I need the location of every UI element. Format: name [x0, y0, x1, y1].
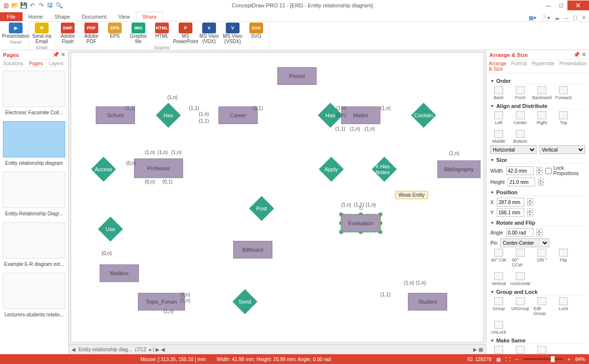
rotate--cw-button[interactable]: 90° CW — [490, 249, 507, 267]
subtab-layers[interactable]: Layers — [46, 60, 67, 67]
section-size-title[interactable]: Size — [490, 157, 585, 163]
qat-saveas-icon[interactable]: 🖫 — [46, 1, 54, 9]
subtab-pages[interactable]: Pages — [26, 60, 46, 67]
align-right-button[interactable]: Right — [534, 111, 550, 125]
rotate---button[interactable]: 180 ° — [534, 249, 550, 267]
page-thumb[interactable] — [3, 222, 65, 259]
page-thumbnails[interactable]: Electronic Facsimile Coll...Entity relat… — [0, 68, 68, 354]
ribbon-item-graphic-file[interactable]: IMGGraphic file — [128, 23, 149, 44]
group-edit-group-button[interactable]: Edit Group — [534, 297, 550, 316]
file-tab[interactable]: File — [0, 12, 23, 21]
mdi-close-icon[interactable]: ✕ — [582, 15, 586, 21]
order-front-button[interactable]: Front — [512, 86, 529, 100]
order-backward-button[interactable]: Backward — [534, 86, 550, 100]
qat-redo-icon[interactable]: ↷ — [37, 1, 45, 9]
page-thumb[interactable] — [3, 273, 65, 309]
relationship-contain[interactable]: Contain — [411, 103, 436, 128]
ribbon-item-adobe-pdf[interactable]: PDFAdobe PDF — [80, 23, 102, 44]
arrange-tab-arrange[interactable]: Arrange & Size — [486, 60, 509, 73]
lock-proportions-checkbox[interactable] — [545, 168, 552, 174]
status-fit-icon[interactable]: ⛶ — [506, 357, 510, 362]
relationship-send[interactable]: Send — [233, 289, 258, 314]
align-vertical-select[interactable]: Vertical — [539, 145, 586, 154]
align-middle-button[interactable]: Middle — [490, 130, 507, 144]
height-spin-down[interactable]: ▾ — [538, 182, 544, 186]
section-order-title[interactable]: Order — [490, 78, 585, 84]
relationship-post[interactable]: Post — [249, 196, 274, 221]
section-group-title[interactable]: Group and Lock — [490, 289, 585, 295]
y-input[interactable] — [497, 208, 524, 217]
minimize-button[interactable]: — — [542, 0, 555, 10]
align-bottom-button[interactable]: Bottom — [512, 130, 529, 144]
ribbon-item-send-via-email[interactable]: ✉Send via Email — [31, 23, 53, 44]
pin-select[interactable]: Center-Center — [500, 238, 549, 247]
tab-share[interactable]: Share — [136, 12, 163, 22]
tabstrip-doc-label[interactable]: Entity relationship diag... — [79, 347, 132, 352]
entity-billboard[interactable]: Billboard — [233, 241, 272, 259]
tab-view[interactable]: View — [112, 12, 136, 21]
mdi-min-icon[interactable]: — — [563, 15, 569, 21]
close-button[interactable]: ✕ — [567, 0, 589, 10]
group-group-button[interactable]: Group — [490, 297, 507, 316]
qat-find-icon[interactable]: 🔍 — [55, 1, 63, 9]
subtab-solutions[interactable]: Solutions — [0, 60, 26, 67]
width-input[interactable] — [506, 166, 534, 175]
rotate-vertical-button[interactable]: Vertical — [490, 272, 507, 286]
solutions-icon[interactable]: ▦▾ — [529, 15, 536, 21]
tab-home[interactable]: Home — [23, 12, 49, 21]
section-same-title[interactable]: Make Same — [490, 338, 585, 344]
relationship-access[interactable]: Access — [91, 157, 116, 182]
ribbon-item-html[interactable]: HTMLHTML — [151, 23, 173, 44]
relationship-apply[interactable]: Apply — [319, 157, 344, 182]
arrange-tab-hypernote[interactable]: Hypernote — [529, 60, 557, 73]
page-thumb[interactable] — [3, 172, 65, 208]
order-forward-button[interactable]: Forward — [555, 86, 572, 100]
section-position-title[interactable]: Position — [490, 189, 585, 196]
page-thumb[interactable] — [3, 71, 65, 107]
ribbon-item-presentation[interactable]: ▶Presentation — [5, 23, 27, 39]
arrange-tab-presentation[interactable]: Presentation — [557, 60, 589, 73]
align-center-button[interactable]: Center — [512, 111, 529, 125]
entity-matter[interactable]: Matter — [341, 106, 380, 124]
entity-period[interactable]: Period — [277, 67, 317, 85]
tabstrip-next-icon[interactable]: ▸ | ▶ ◀ — [149, 347, 165, 352]
section-align-title[interactable]: Align and Distribute — [490, 103, 585, 109]
angle-input[interactable] — [506, 228, 534, 237]
page-thumb[interactable] — [3, 121, 65, 157]
group-unlock-button[interactable]: UnLock — [490, 321, 507, 335]
entity-mailbox[interactable]: Mailbox — [100, 264, 139, 282]
ribbon-item-ms-powerpoint[interactable]: PMS PowerPoint — [175, 23, 196, 44]
section-rotate-title[interactable]: Rotate and Flip — [490, 220, 585, 226]
ribbon-item-ms-visio-vsdx-[interactable]: VMS Visio (VSDX) — [222, 23, 243, 44]
zoom-slider[interactable] — [523, 358, 562, 360]
relationship-notes[interactable]: It Has Notes — [372, 157, 397, 182]
relationship-has1[interactable]: Has — [156, 103, 181, 128]
same-size-button[interactable]: Size — [490, 346, 507, 354]
align-left-button[interactable]: Left — [490, 111, 507, 125]
width-spin-up[interactable]: ▴ — [536, 167, 542, 171]
entity-student[interactable]: Student — [408, 293, 447, 311]
help-icon[interactable]: ❔▾ — [540, 15, 550, 21]
pages-panel-pin-icon[interactable]: 📌 ✕ — [53, 52, 65, 58]
zoom-out-icon[interactable]: − — [515, 357, 518, 362]
width-spin-down[interactable]: ▾ — [536, 171, 542, 175]
ribbon-item-adobe-flash[interactable]: SWFAdobe Flash — [57, 23, 79, 44]
x-input[interactable] — [497, 198, 524, 207]
order-back-button[interactable]: Back — [490, 86, 507, 100]
rotate-horizontal-button[interactable]: Horizontal — [512, 272, 529, 286]
height-spin-up[interactable]: ▴ — [538, 178, 544, 182]
entity-evaluation[interactable]: Evaluation — [341, 214, 380, 232]
tab-document[interactable]: Document — [76, 12, 112, 21]
entity-topic[interactable]: Topic_Forum — [138, 293, 185, 311]
maximize-button[interactable]: ☐ — [555, 0, 567, 10]
zoom-in-icon[interactable]: + — [567, 357, 570, 362]
group-ungroup-button[interactable]: UnGroup — [512, 297, 529, 316]
ribbon-item-svg[interactable]: SVGSVG — [245, 23, 267, 44]
qat-undo-icon[interactable]: ↶ — [28, 1, 36, 9]
tabstrip-scroll-right-icon[interactable]: ▶ ▦ — [473, 347, 483, 352]
qat-save-icon[interactable]: 💾 — [20, 1, 27, 9]
group-lock-button[interactable]: Lock — [555, 297, 572, 316]
qat-new-icon[interactable]: ▥ — [2, 1, 10, 9]
mdi-max-icon[interactable]: ☐ — [573, 15, 578, 21]
ribbon-item-ms-visio-vdx-[interactable]: VMS Visio (VDX) — [198, 23, 220, 44]
